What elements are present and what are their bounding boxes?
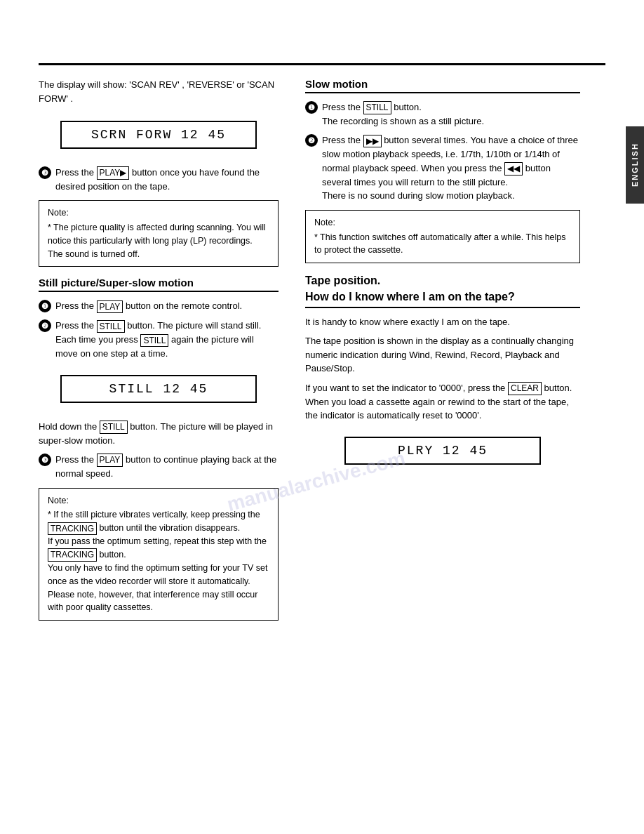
play-btn-3: PLAY — [97, 454, 123, 467]
note-title-still: Note: — [48, 494, 269, 508]
still-step2: ❷ Press the STILL button. The picture wi… — [39, 319, 279, 360]
still-btn-hold: STILL — [100, 421, 128, 434]
still-step3-num: ❸ — [39, 454, 51, 466]
slow-motion-heading: Slow motion — [305, 78, 580, 93]
note-box-still: Note: * If the still picture vibrates ve… — [39, 488, 279, 621]
still-step1-num: ❶ — [39, 300, 51, 312]
note-box-slow: Note: * This function switches off autom… — [305, 210, 580, 263]
content-area: The display will show: 'SCAN REV' , 'REV… — [0, 65, 644, 628]
still-btn-slow: STILL — [363, 101, 391, 114]
still-btn-1: STILL — [97, 320, 125, 333]
play-btn-2: PLAY — [97, 300, 123, 314]
slow-step1-num: ❶ — [305, 101, 318, 114]
still-step2-text: Press the STILL button. The picture will… — [55, 319, 279, 360]
note-box-left: Note: * The picture quality is affected … — [39, 200, 279, 267]
slow-step1: ❶ Press the STILL button. The recording … — [305, 100, 580, 128]
tape-para2: The tape position is shown in the displa… — [305, 334, 580, 376]
clear-btn[interactable]: CLEAR — [508, 382, 542, 395]
page-container: ENGLISH manualarchive.com The display wi… — [0, 63, 644, 834]
slow-step1-text: Press the STILL button. The recording is… — [322, 100, 484, 128]
tape-para1: It is handy to know where exactly I am o… — [305, 315, 580, 329]
intro-text: The display will show: 'SCAN REV' , 'REV… — [39, 78, 279, 105]
play-display-row: PLRY 12 45 — [305, 430, 580, 475]
slow-step2-text: Press the ▶▶ button several times. You h… — [322, 133, 580, 202]
note-text-left: * The picture quality is affected during… — [48, 221, 269, 260]
still-section-heading: Still picture/Super-slow motion — [39, 277, 279, 292]
note-title-slow: Note: — [314, 216, 571, 230]
still-step1-text: Press the PLAY button on the remote cont… — [55, 299, 242, 313]
slow-step2-num: ❷ — [305, 134, 318, 147]
still-display-row: STILL 12 45 — [39, 368, 279, 413]
left-column: The display will show: 'SCAN REV' , 'REV… — [0, 78, 291, 628]
still-step2-num: ❷ — [39, 319, 51, 332]
step3-num: ❸ — [39, 166, 51, 179]
ff-btn: ▶▶ — [363, 135, 382, 148]
scan-display-box: SCRN FORW 12 45 — [60, 121, 257, 149]
tape-position-heading: Tape position. How do I know where I am … — [305, 273, 580, 308]
tracking-btn-2: TRACKING — [48, 548, 97, 562]
right-column: Slow motion ❶ Press the STILL button. Th… — [291, 78, 593, 628]
still-step1: ❶ Press the PLAY button on the remote co… — [39, 299, 279, 313]
step3-left: ❸ Press the PLAY▶ button once you have f… — [39, 166, 279, 193]
note-title-left: Note: — [48, 206, 269, 220]
slow-step2: ❷ Press the ▶▶ button several times. You… — [305, 133, 580, 202]
note-still-text: * If the still picture vibrates vertical… — [48, 508, 269, 614]
sidebar-english-label: ENGLISH — [626, 126, 644, 204]
rew-btn: ◀◀ — [504, 162, 523, 176]
play-display-box: PLRY 12 45 — [344, 437, 541, 465]
still-step3-text: Press the PLAY button to continue playin… — [55, 453, 279, 480]
step3-text: Press the PLAY▶ button once you have fou… — [55, 166, 279, 193]
still-display-box: STILL 12 45 — [60, 375, 257, 403]
scan-display-row: SCRN FORW 12 45 — [39, 114, 279, 159]
tape-para3: If you want to set the indicator to '000… — [305, 381, 580, 423]
still-step3: ❸ Press the PLAY button to continue play… — [39, 453, 279, 480]
hold-down-text: Hold down the STILL button. The picture … — [39, 420, 279, 447]
note-slow-text: * This function switches off automatical… — [314, 231, 571, 258]
play-btn-1: PLAY▶ — [97, 166, 130, 180]
tracking-btn-1: TRACKING — [48, 522, 97, 536]
still-btn-2: STILL — [140, 334, 168, 348]
